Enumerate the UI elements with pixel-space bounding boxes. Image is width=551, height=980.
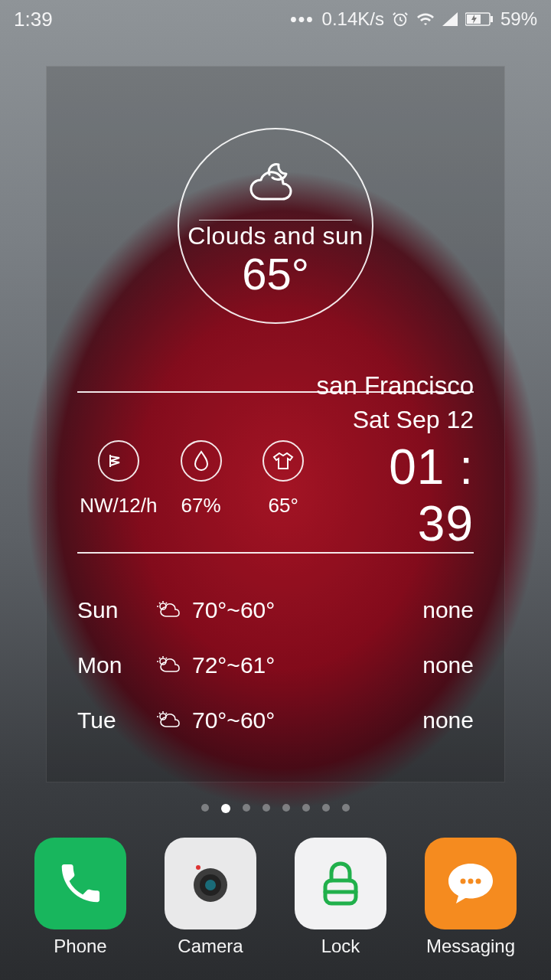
page-dot[interactable] [322, 804, 330, 812]
wifi-icon [416, 11, 435, 27]
page-dot[interactable] [243, 804, 250, 812]
forecast-list: Sun 70°~60° none Mon 72°~61° none Tue 70… [77, 583, 474, 748]
wind-metric: NW/12/h [77, 440, 160, 518]
svg-rect-3 [491, 16, 493, 22]
weather-summary-circle: Clouds and sun 65° [178, 128, 373, 324]
status-time: 1:39 [14, 8, 53, 31]
partly-cloudy-icon [146, 655, 192, 676]
wind-icon [98, 440, 139, 482]
status-right: ••• 0.14K/s 59% [290, 8, 537, 30]
forecast-range: 70°~60° [192, 707, 345, 733]
messaging-icon [425, 838, 517, 929]
forecast-day: Tue [77, 707, 146, 733]
weather-widget[interactable]: Clouds and sun 65° san Francisco NW/12/h… [46, 66, 505, 782]
apparel-value: 65° [242, 494, 324, 518]
weather-date: Sat Sep 12 [324, 406, 474, 434]
battery-percent: 59% [500, 8, 537, 30]
page-indicator[interactable] [0, 804, 551, 813]
weather-metrics: NW/12/h 67% 65° Sat Sep 12 01 : 39 [77, 417, 474, 540]
lock-icon [295, 838, 386, 929]
weather-condition: Clouds and sun [187, 222, 363, 250]
humidity-value: 67% [160, 494, 243, 518]
dock: Phone Camera Lock [0, 838, 551, 980]
svg-point-14 [468, 879, 474, 884]
signal-icon [442, 12, 458, 26]
shirt-icon [262, 440, 304, 482]
app-camera[interactable]: Camera [153, 838, 268, 957]
app-lock[interactable]: Lock [283, 838, 398, 957]
page-dot[interactable] [342, 804, 350, 812]
forecast-extra: none [422, 707, 474, 733]
camera-icon [165, 838, 256, 929]
app-label: Camera [178, 936, 243, 957]
svg-point-13 [461, 879, 466, 884]
forecast-range: 70°~60° [192, 597, 345, 623]
app-messaging[interactable]: Messaging [413, 838, 528, 957]
forecast-day: Sun [77, 597, 146, 623]
page-dot[interactable] [282, 804, 290, 812]
svg-point-10 [196, 865, 201, 870]
battery-icon [465, 12, 493, 26]
partly-cloudy-night-icon [243, 155, 308, 215]
weather-city: san Francisco [317, 371, 474, 400]
partly-cloudy-icon [146, 599, 192, 621]
divider [199, 220, 352, 220]
datetime-block: Sat Sep 12 01 : 39 [324, 406, 474, 552]
app-label: Messaging [426, 936, 515, 957]
page-dot[interactable] [302, 804, 310, 812]
forecast-row: Sun 70°~60° none [77, 583, 474, 638]
wind-value: NW/12/h [77, 494, 160, 518]
weather-temperature: 65° [242, 252, 309, 296]
divider [77, 552, 474, 554]
forecast-extra: none [422, 652, 474, 678]
partly-cloudy-icon [146, 710, 192, 731]
svg-point-15 [476, 879, 481, 884]
forecast-row: Mon 72°~61° none [77, 638, 474, 693]
forecast-range: 72°~61° [192, 652, 345, 678]
humidity-metric: 67% [160, 440, 243, 518]
more-icon: ••• [290, 8, 314, 30]
forecast-extra: none [422, 597, 474, 623]
status-bar: 1:39 ••• 0.14K/s 59% [0, 0, 551, 38]
phone-icon [34, 838, 126, 929]
page-dot[interactable] [262, 804, 270, 812]
app-label: Lock [321, 936, 360, 957]
page-dot[interactable] [221, 804, 230, 813]
forecast-day: Mon [77, 652, 146, 678]
apparel-metric: 65° [242, 440, 324, 518]
weather-time: 01 : 39 [324, 439, 474, 552]
svg-point-9 [205, 880, 216, 890]
net-speed: 0.14K/s [322, 8, 384, 30]
humidity-icon [181, 440, 222, 482]
page-dot[interactable] [201, 804, 209, 812]
app-label: Phone [54, 936, 106, 957]
forecast-row: Tue 70°~60° none [77, 693, 474, 748]
divider [77, 391, 474, 393]
alarm-icon [392, 11, 409, 28]
app-phone[interactable]: Phone [23, 838, 138, 957]
